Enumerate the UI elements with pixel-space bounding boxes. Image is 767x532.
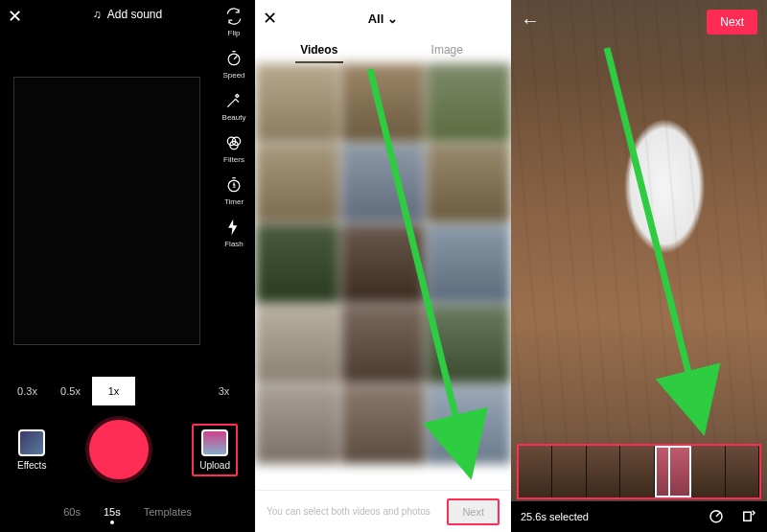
tab-image[interactable]: Image bbox=[384, 36, 512, 63]
media-cell[interactable] bbox=[255, 63, 339, 142]
timeline-clip[interactable] bbox=[519, 446, 552, 497]
editor-actions bbox=[708, 507, 757, 526]
media-grid[interactable] bbox=[255, 63, 511, 490]
beauty-icon bbox=[223, 90, 244, 111]
media-cell[interactable] bbox=[427, 63, 511, 142]
media-cell[interactable] bbox=[255, 144, 339, 222]
zoom-selector: 0.3x 0.5x 1x 3x bbox=[0, 372, 255, 410]
picker-tabs: Videos Image bbox=[255, 36, 511, 63]
close-button[interactable]: ✕ bbox=[8, 6, 22, 27]
mode-templates[interactable]: Templates bbox=[144, 506, 192, 524]
next-button[interactable]: Next bbox=[707, 10, 757, 35]
next-button[interactable]: Next bbox=[447, 498, 500, 525]
speed-icon bbox=[223, 48, 244, 69]
rail-label: Filters bbox=[223, 155, 244, 164]
timeline-clip[interactable] bbox=[726, 446, 759, 497]
media-cell[interactable] bbox=[427, 305, 511, 383]
flash-icon bbox=[223, 217, 244, 238]
media-picker-panel: ✕ All ⌄ Videos Image You can select both… bbox=[255, 0, 511, 532]
svg-rect-8 bbox=[744, 512, 752, 520]
timeline-clip[interactable] bbox=[587, 446, 620, 497]
upload-button[interactable]: Upload bbox=[192, 424, 238, 476]
media-cell[interactable] bbox=[427, 224, 511, 303]
zoom-0_5x[interactable]: 0.5x bbox=[49, 377, 92, 405]
editor-footer: 25.6s selected bbox=[511, 501, 767, 532]
svg-text:3: 3 bbox=[232, 183, 235, 189]
music-icon: ♫ bbox=[93, 8, 102, 21]
camera-viewfinder bbox=[13, 77, 200, 345]
rail-flip[interactable]: Flip bbox=[223, 6, 244, 37]
album-dropdown[interactable]: All ⌄ bbox=[368, 12, 399, 26]
media-cell[interactable] bbox=[341, 385, 426, 464]
camera-tool-rail: Flip Speed Beauty Filters 3 Timer Flash bbox=[217, 6, 251, 248]
add-sound-label: Add sound bbox=[107, 8, 162, 21]
media-cell[interactable] bbox=[255, 385, 339, 464]
flip-icon bbox=[223, 6, 244, 27]
timeline-playhead[interactable] bbox=[668, 446, 670, 497]
mode-15s[interactable]: 15s bbox=[104, 506, 121, 524]
media-cell[interactable] bbox=[255, 224, 339, 303]
tab-videos[interactable]: Videos bbox=[255, 36, 384, 63]
rail-label: Beauty bbox=[222, 113, 246, 122]
timeline-clip[interactable] bbox=[691, 446, 725, 497]
rail-label: Speed bbox=[222, 71, 244, 80]
media-cell[interactable] bbox=[341, 63, 426, 142]
media-cell[interactable] bbox=[341, 224, 426, 303]
mode-60s[interactable]: 60s bbox=[63, 506, 81, 524]
upload-icon bbox=[201, 429, 228, 456]
timeline-clip[interactable] bbox=[552, 446, 586, 497]
album-label: All bbox=[368, 12, 384, 26]
add-sound-button[interactable]: ♫ Add sound bbox=[93, 8, 162, 21]
rail-speed[interactable]: Speed bbox=[222, 48, 244, 80]
effects-button[interactable]: Effects bbox=[17, 429, 46, 471]
speed-tool-icon[interactable] bbox=[708, 507, 725, 526]
effects-icon bbox=[18, 429, 45, 456]
picker-footer: You can select both videos and photos Ne… bbox=[255, 490, 511, 532]
selected-duration: 25.6s selected bbox=[521, 511, 589, 522]
chevron-down-icon: ⌄ bbox=[387, 12, 398, 26]
zoom-0_3x[interactable]: 0.3x bbox=[6, 377, 49, 405]
rail-filters[interactable]: Filters bbox=[223, 132, 244, 164]
timer-icon: 3 bbox=[223, 174, 244, 196]
rail-label: Flash bbox=[224, 240, 244, 248]
picker-header: ✕ All ⌄ bbox=[255, 0, 511, 36]
media-cell[interactable] bbox=[427, 144, 511, 222]
rail-beauty[interactable]: Beauty bbox=[222, 90, 246, 122]
timeline-clip[interactable] bbox=[620, 446, 654, 497]
rail-timer[interactable]: 3 Timer bbox=[223, 174, 244, 206]
upload-label: Upload bbox=[199, 460, 230, 471]
media-cell[interactable] bbox=[341, 144, 426, 222]
camera-panel: ✕ ♫ Add sound Flip Speed Beauty Filters … bbox=[0, 0, 255, 532]
media-cell[interactable] bbox=[427, 385, 511, 464]
mode-selector: 60s 15s Templates bbox=[0, 506, 255, 524]
rail-flash[interactable]: Flash bbox=[223, 217, 244, 248]
media-cell[interactable] bbox=[255, 305, 339, 383]
rail-label: Flip bbox=[228, 29, 241, 37]
record-button[interactable] bbox=[89, 420, 149, 479]
camera-bottom-bar: Effects Upload bbox=[0, 416, 255, 483]
effects-label: Effects bbox=[17, 460, 46, 471]
zoom-3x[interactable]: 3x bbox=[202, 377, 245, 405]
rail-label: Timer bbox=[224, 197, 244, 206]
close-button[interactable]: ✕ bbox=[263, 8, 277, 29]
back-button[interactable]: ← bbox=[521, 10, 540, 32]
media-cell[interactable] bbox=[341, 305, 426, 383]
timeline-strip[interactable] bbox=[519, 446, 759, 497]
editor-panel: ← Next 25.6s selected bbox=[511, 0, 767, 532]
rotate-tool-icon[interactable] bbox=[740, 507, 757, 526]
timeline-clip[interactable] bbox=[655, 446, 691, 497]
picker-hint: You can select both videos and photos bbox=[267, 506, 430, 517]
zoom-1x[interactable]: 1x bbox=[92, 377, 135, 405]
filters-icon bbox=[223, 132, 244, 153]
